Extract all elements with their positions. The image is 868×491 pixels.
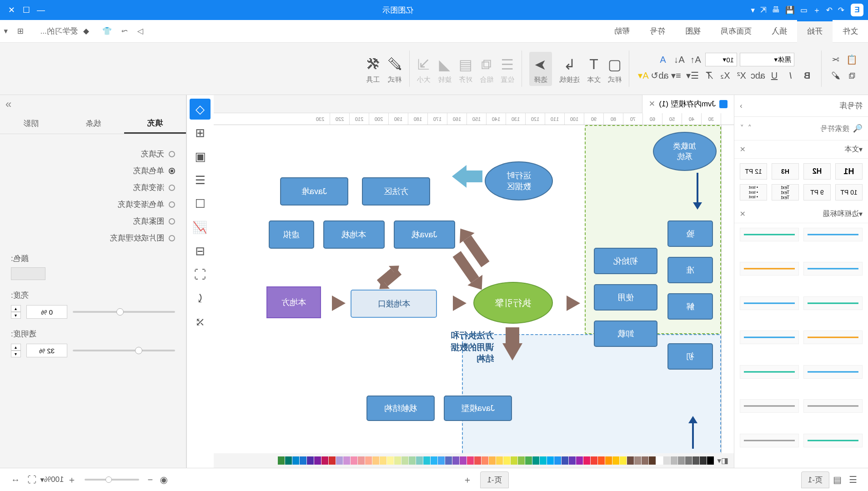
shape-step[interactable]: 验 <box>667 220 713 247</box>
tab-file[interactable]: 文件 <box>833 20 868 43</box>
tools-group[interactable]: 🛠工具 <box>366 54 380 84</box>
color-swatch[interactable] <box>707 456 714 465</box>
tab-help[interactable]: 帮助 <box>604 20 640 43</box>
shape-native-interface[interactable]: 本地接口 <box>351 290 437 318</box>
clear-format-icon[interactable]: T̸ <box>702 69 716 82</box>
shirt-icon[interactable]: 👕 <box>102 26 112 36</box>
color-swatch[interactable] <box>678 456 685 465</box>
color-swatch[interactable] <box>576 456 583 465</box>
line-style-item[interactable] <box>803 331 863 344</box>
color-swatch[interactable] <box>460 456 467 465</box>
text-style-para[interactable]: TextTextText <box>772 184 799 200</box>
connector-group[interactable]: ↳连接线 <box>559 54 580 84</box>
color-swatch[interactable] <box>380 456 386 465</box>
redo-icon[interactable]: ↷ <box>826 5 833 15</box>
text-style-h1[interactable]: H1 <box>835 163 863 180</box>
color-swatch[interactable] <box>452 456 459 465</box>
line-style-item[interactable] <box>803 365 863 379</box>
color-swatch[interactable] <box>292 456 299 465</box>
strike-icon[interactable]: abc <box>751 69 765 82</box>
table-tool-icon[interactable]: ⊟ <box>190 240 211 261</box>
select-group[interactable]: ➤选择 <box>529 52 552 86</box>
color-swatch[interactable] <box>663 456 670 465</box>
page-tab-right[interactable]: 页-1 <box>480 471 508 488</box>
color-swatch[interactable] <box>285 456 292 465</box>
font-name-select[interactable]: 黑体 ▾ <box>740 53 794 66</box>
tab-pagelayout[interactable]: 页面布局 <box>711 20 762 43</box>
color-swatch[interactable] <box>598 456 605 465</box>
highlight-icon[interactable]: A▾ <box>637 69 650 82</box>
color-swatch[interactable] <box>649 456 656 465</box>
page-tab-left[interactable]: 页-1 <box>801 471 829 488</box>
text-style-h2[interactable]: H2 <box>803 163 831 180</box>
fill-option-gradient[interactable]: 渐变填充 <box>11 182 175 193</box>
color-swatch[interactable] <box>685 456 692 465</box>
fill-option-solid[interactable]: 单色填充 <box>11 165 175 176</box>
transparency-value[interactable]: 32 % <box>26 344 67 357</box>
copy-icon[interactable]: ⧉ <box>845 69 859 82</box>
color-swatch[interactable] <box>416 456 423 465</box>
transparency-slider[interactable] <box>73 350 175 351</box>
shape-step2[interactable]: 准 <box>667 257 713 283</box>
layers-tool-icon[interactable]: ☰ <box>190 170 211 190</box>
color-swatch[interactable] <box>605 456 612 465</box>
text-rotate-icon[interactable]: ab↻ <box>653 69 667 82</box>
brightness-slider[interactable] <box>73 311 175 313</box>
color-swatch[interactable] <box>525 456 532 465</box>
close-line-panel-icon[interactable]: ✕ <box>740 210 746 218</box>
transparency-up[interactable]: ▴ <box>11 344 21 351</box>
color-swatch[interactable] <box>591 456 597 465</box>
line-style-item[interactable] <box>803 262 863 276</box>
chevron-right-icon[interactable]: › <box>740 101 743 110</box>
search-next-icon[interactable]: ˅ <box>740 124 744 133</box>
search-icon[interactable]: 🔍 <box>853 124 863 133</box>
color-swatch[interactable] <box>518 456 525 465</box>
subscript-icon[interactable]: X₂ <box>718 69 732 82</box>
color-swatch[interactable] <box>700 456 707 465</box>
new-icon[interactable]: ＋ <box>813 5 821 15</box>
color-swatch[interactable] <box>496 456 503 465</box>
color-swatch[interactable] <box>503 456 510 465</box>
save-icon[interactable]: 💾 <box>785 5 795 15</box>
underline-icon[interactable]: U <box>768 69 781 82</box>
tab-symbols[interactable]: 符号 <box>640 20 675 43</box>
shape-step4[interactable]: 初 <box>667 343 713 370</box>
tab-start[interactable]: 开始 <box>797 20 833 43</box>
add-page-icon[interactable]: ＋ <box>463 474 472 486</box>
zoom-value[interactable]: 100% <box>44 475 64 484</box>
export-icon[interactable]: ⇱ <box>760 5 767 15</box>
more-icon[interactable]: ▾ <box>751 5 755 15</box>
line-style-item[interactable] <box>740 434 799 447</box>
line-style-item[interactable] <box>740 331 799 344</box>
bold-icon[interactable]: B <box>800 69 814 82</box>
color-swatch[interactable] <box>482 456 488 465</box>
pages-list-icon[interactable]: ☰ <box>849 474 857 485</box>
cut-icon[interactable]: ✂ <box>829 53 843 66</box>
color-swatch[interactable] <box>562 456 568 465</box>
tab-fill[interactable]: 填充 <box>124 113 186 134</box>
text-style-12pt[interactable]: 12 PT <box>740 163 767 180</box>
color-swatch[interactable] <box>343 456 350 465</box>
color-swatch[interactable] <box>642 456 648 465</box>
color-swatch[interactable] <box>620 456 627 465</box>
tab-shadow[interactable]: 阴影 <box>0 113 62 134</box>
pointer-icon[interactable]: ▷ <box>137 26 143 36</box>
search-prev-icon[interactable]: ˄ <box>748 124 752 133</box>
fill-option-solidgrad[interactable]: 单色渐变填充 <box>11 199 175 210</box>
color-swatch[interactable] <box>401 456 408 465</box>
color-swatch[interactable] <box>627 456 634 465</box>
color-swatch[interactable] <box>314 456 321 465</box>
fit-page-icon[interactable]: ⛶ <box>27 475 36 485</box>
maximize-button[interactable]: ☐ <box>19 5 34 15</box>
symbol-search-input[interactable] <box>755 121 849 136</box>
fill-option-none[interactable]: 无填充 <box>11 149 175 159</box>
color-swatch[interactable] <box>445 456 452 465</box>
brightness-down[interactable]: ▾ <box>11 312 21 319</box>
color-swatch[interactable] <box>467 456 474 465</box>
chart-tool-icon[interactable]: 📈 <box>190 217 211 238</box>
bullets-icon[interactable]: ☰▾ <box>686 69 699 82</box>
shape-load-class[interactable]: 加载类 系统 <box>653 132 717 171</box>
collapse-right-icon[interactable]: » <box>0 95 186 113</box>
color-swatch[interactable] <box>358 456 365 465</box>
shape-init[interactable]: 初始化 <box>594 248 657 274</box>
